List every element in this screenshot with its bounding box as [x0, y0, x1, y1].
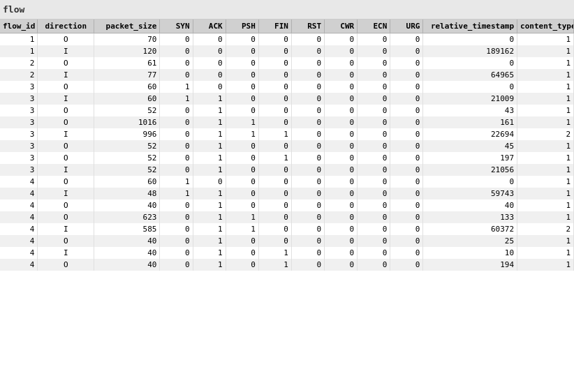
table-row: 4O623011000001331	[0, 211, 574, 223]
col-header-URG[interactable]: URG	[390, 20, 423, 33]
cell-flow_id: 4	[0, 259, 38, 271]
cell-relative_timestamp: 40	[423, 199, 517, 211]
cell-FIN: 0	[258, 211, 291, 223]
cell-flow_id: 4	[0, 235, 38, 247]
cell-flow_id: 4	[0, 188, 38, 199]
table-row: 4O40010100001941	[0, 259, 574, 271]
cell-SYN: 0	[160, 69, 193, 81]
cell-direction: I	[38, 223, 94, 235]
col-header-SYN[interactable]: SYN	[160, 20, 193, 33]
cell-packet_size: 61	[94, 57, 160, 69]
cell-CWR: 0	[325, 199, 358, 211]
cell-CWR: 0	[325, 128, 358, 140]
cell-relative_timestamp: 45	[423, 140, 517, 152]
cell-ECN: 0	[358, 164, 390, 176]
col-header-content_type_id[interactable]: content_type_id	[517, 20, 574, 33]
cell-SYN: 0	[160, 128, 193, 140]
cell-direction: I	[38, 128, 94, 140]
cell-packet_size: 623	[94, 211, 160, 223]
cell-FIN: 1	[258, 259, 291, 271]
col-header-RST[interactable]: RST	[291, 20, 324, 33]
cell-relative_timestamp: 133	[423, 211, 517, 223]
table-body: 1O7000000000011I1200000000018916212O6100…	[0, 33, 574, 271]
cell-CWR: 0	[325, 45, 358, 57]
col-header-CWR[interactable]: CWR	[325, 20, 358, 33]
cell-SYN: 1	[160, 81, 193, 93]
cell-flow_id: 3	[0, 116, 38, 128]
col-header-ECN[interactable]: ECN	[358, 20, 390, 33]
cell-packet_size: 52	[94, 140, 160, 152]
cell-direction: O	[38, 211, 94, 223]
cell-SYN: 0	[160, 199, 193, 211]
col-header-FIN[interactable]: FIN	[258, 20, 291, 33]
cell-URG: 0	[390, 235, 423, 247]
col-header-packet_size[interactable]: packet_size	[94, 20, 160, 33]
cell-flow_id: 3	[0, 164, 38, 176]
table-row: 3O52010100001971	[0, 152, 574, 164]
cell-FIN: 0	[258, 81, 291, 93]
cell-URG: 0	[390, 152, 423, 164]
cell-CWR: 0	[325, 33, 358, 46]
cell-FIN: 1	[258, 152, 291, 164]
cell-RST: 0	[291, 176, 324, 188]
cell-URG: 0	[390, 211, 423, 223]
cell-ACK: 1	[193, 199, 226, 211]
cell-PSH: 0	[226, 247, 258, 259]
cell-FIN: 0	[258, 93, 291, 105]
col-header-ACK[interactable]: ACK	[193, 20, 226, 33]
cell-ACK: 1	[193, 105, 226, 116]
cell-PSH: 0	[226, 235, 258, 247]
table-row: 2O610000000001	[0, 57, 574, 69]
table-row: 3O1016011000001611	[0, 116, 574, 128]
cell-ACK: 1	[193, 247, 226, 259]
cell-RST: 0	[291, 259, 324, 271]
cell-RST: 0	[291, 33, 324, 46]
cell-RST: 0	[291, 45, 324, 57]
cell-direction: O	[38, 140, 94, 152]
col-header-flow_id[interactable]: flow_id	[0, 20, 38, 33]
col-header-direction[interactable]: direction	[38, 20, 94, 33]
cell-relative_timestamp: 189162	[423, 45, 517, 57]
cell-ACK: 1	[193, 235, 226, 247]
cell-ECN: 0	[358, 235, 390, 247]
cell-SYN: 0	[160, 259, 193, 271]
cell-FIN: 0	[258, 176, 291, 188]
col-header-PSH[interactable]: PSH	[226, 20, 258, 33]
cell-RST: 0	[291, 69, 324, 81]
cell-URG: 0	[390, 199, 423, 211]
cell-relative_timestamp: 0	[423, 57, 517, 69]
cell-content_type_id: 1	[517, 33, 574, 46]
table-header: flow_id direction packet_size SYN ACK PS…	[0, 20, 574, 33]
cell-direction: O	[38, 33, 94, 46]
cell-content_type_id: 1	[517, 93, 574, 105]
cell-PSH: 1	[226, 211, 258, 223]
data-table: flow_id direction packet_size SYN ACK PS…	[0, 20, 574, 271]
cell-RST: 0	[291, 57, 324, 69]
cell-content_type_id: 1	[517, 45, 574, 57]
cell-ECN: 0	[358, 105, 390, 116]
cell-relative_timestamp: 0	[423, 176, 517, 188]
cell-URG: 0	[390, 164, 423, 176]
cell-ECN: 0	[358, 211, 390, 223]
col-header-relative_timestamp[interactable]: relative_timestamp	[423, 20, 517, 33]
cell-URG: 0	[390, 45, 423, 57]
cell-URG: 0	[390, 140, 423, 152]
cell-flow_id: 3	[0, 152, 38, 164]
cell-SYN: 0	[160, 247, 193, 259]
cell-content_type_id: 1	[517, 81, 574, 93]
cell-relative_timestamp: 197	[423, 152, 517, 164]
cell-packet_size: 1016	[94, 116, 160, 128]
cell-packet_size: 77	[94, 69, 160, 81]
cell-content_type_id: 1	[517, 105, 574, 116]
cell-CWR: 0	[325, 93, 358, 105]
cell-ACK: 0	[193, 69, 226, 81]
cell-URG: 0	[390, 128, 423, 140]
cell-content_type_id: 2	[517, 223, 574, 235]
cell-CWR: 0	[325, 152, 358, 164]
cell-RST: 0	[291, 188, 324, 199]
table-row: 3I99601110000226942	[0, 128, 574, 140]
cell-ACK: 1	[193, 164, 226, 176]
cell-PSH: 0	[226, 259, 258, 271]
cell-direction: O	[38, 81, 94, 93]
cell-packet_size: 996	[94, 128, 160, 140]
